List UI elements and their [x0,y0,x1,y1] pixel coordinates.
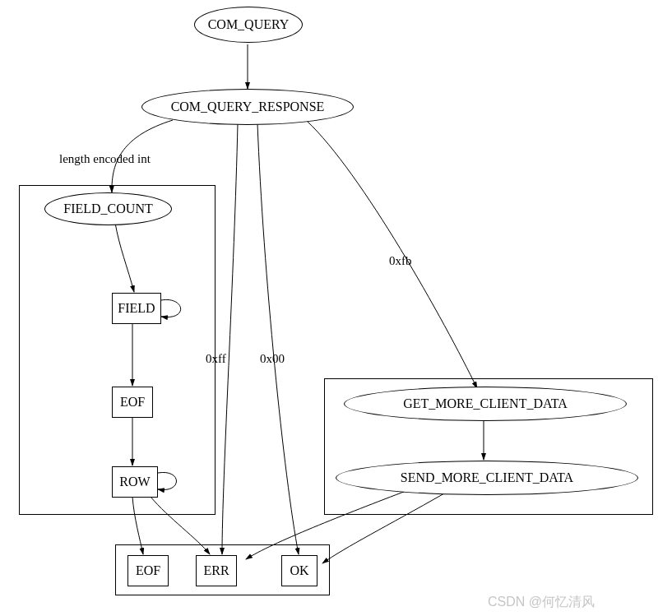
node-get-more: GET_MORE_CLIENT_DATA [344,387,627,421]
node-label: FIELD_COUNT [63,201,152,216]
node-field: FIELD [112,293,161,324]
edge-label-0xff: 0xff [206,352,226,366]
node-label: EOF [120,395,145,410]
node-label: COM_QUERY [208,17,290,32]
node-label: ROW [119,475,150,489]
edge-label-length-encoded: length encoded int [59,152,151,166]
node-err: ERR [196,555,237,586]
node-label: FIELD [118,301,155,316]
node-label: GET_MORE_CLIENT_DATA [403,396,568,411]
edge-label-0x00: 0x00 [260,352,285,366]
node-label: ERR [203,563,229,578]
node-eof1: EOF [112,387,153,418]
node-eof2: EOF [127,555,169,586]
node-row: ROW [112,466,158,498]
node-label: SEND_MORE_CLIENT_DATA [401,470,573,485]
node-ok: OK [281,555,317,586]
watermark: CSDN @何忆清风 [488,594,595,611]
node-label: EOF [136,563,160,578]
node-send-more: SEND_MORE_CLIENT_DATA [336,461,638,495]
node-field-count: FIELD_COUNT [44,192,172,225]
node-label: OK [290,563,308,578]
node-com-query: COM_QUERY [194,7,303,43]
edges-svg [0,0,672,616]
node-label: COM_QUERY_RESPONSE [171,100,325,114]
node-com-query-response: COM_QUERY_RESPONSE [141,89,354,125]
edge-label-0xfb: 0xfb [389,254,412,268]
